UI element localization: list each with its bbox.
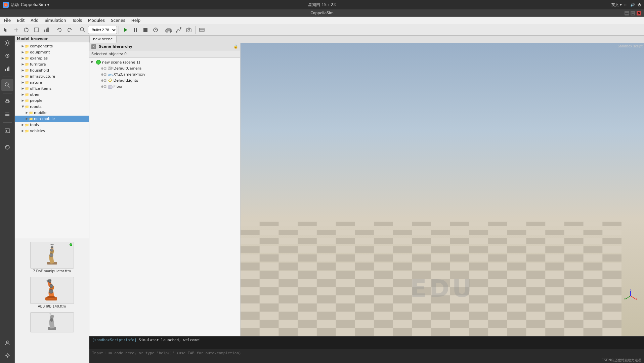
selected-objects-bar: Selected objects: 0	[89, 50, 240, 58]
maximize-button[interactable]: □	[631, 11, 635, 15]
model-browser-tree[interactable]: ▶ 📁 components ▶ 📁 equipment ▶ 📁 example…	[15, 42, 89, 239]
app-name-label[interactable]: CoppeliaSim ▾	[21, 2, 49, 7]
hierarchy-close-button[interactable]: ✕	[91, 44, 96, 49]
select-tool-button[interactable]	[1, 25, 11, 35]
model-item-3[interactable]	[16, 311, 88, 334]
tree-item-examples[interactable]: ▶ 📁 examples	[15, 55, 89, 61]
tree-item-household[interactable]: ▶ 📁 household	[15, 67, 89, 73]
tree-item-robots[interactable]: ▼ 📁 robots	[15, 104, 89, 110]
menu-edit[interactable]: Edit	[14, 17, 27, 24]
close-button[interactable]: ✕	[637, 11, 641, 15]
h-label-lights: DefaultLights	[114, 78, 138, 83]
model-preview-area: 7 DoF manipulator.ttm	[15, 239, 89, 363]
folder-icon-robots: 📁	[25, 105, 29, 109]
undo-button[interactable]	[55, 25, 64, 35]
tree-item-mobile[interactable]: ▶ 📁 mobile	[15, 110, 89, 116]
rotate-tool-button[interactable]	[22, 25, 31, 35]
svg-text:XYZ: XYZ	[108, 74, 113, 76]
iconbar-list[interactable]	[1, 108, 13, 120]
console-input-field[interactable]	[89, 349, 644, 357]
path-button[interactable]	[174, 25, 183, 35]
folder-icon-people: 📁	[25, 99, 29, 103]
search-button[interactable]	[78, 25, 87, 35]
checker-floor-canvas	[241, 146, 621, 336]
redo-button[interactable]	[65, 25, 74, 35]
svg-text:Z: Z	[630, 289, 632, 291]
graph-tool-button[interactable]	[42, 25, 51, 35]
title-bar-buttons[interactable]: ─ □ ✕	[625, 11, 641, 15]
play-button[interactable]	[121, 25, 130, 35]
h-item-xyz-proxy[interactable]: ⊕⊡ XYZ XYZCameraProxy	[89, 71, 240, 77]
model-browser-panel: Model browser ▶ 📁 components ▶ 📁 equipme…	[15, 36, 89, 363]
scale-tool-button[interactable]	[32, 25, 41, 35]
tree-item-people[interactable]: ▶ 📁 people	[15, 97, 89, 104]
svg-rect-13	[143, 28, 147, 32]
h-item-lights[interactable]: ⊕⊡ DefaultLights	[89, 77, 240, 83]
iconbar-search[interactable]	[1, 79, 13, 91]
viewport-3d[interactable]: EDU X Y Z Sandbox script	[241, 43, 644, 336]
model-item-abb[interactable]: ABB IRB 140.ttm	[16, 276, 88, 310]
toolbar: ✛ Bullet 2.78 ODE Vortex Newton	[0, 24, 644, 36]
folder-icon-non-mobile: 📁	[29, 117, 33, 121]
sandbox-label: Sandbox script	[618, 44, 643, 48]
tree-item-non-mobile[interactable]: ▶ 📁 non-mobile	[15, 116, 89, 122]
iconbar-settings[interactable]	[1, 37, 13, 49]
model-item-7dof[interactable]: 7 DoF manipulator.ttm	[16, 240, 88, 274]
tree-arrow-equipment: ▶	[21, 50, 25, 54]
svg-point-26	[6, 42, 8, 44]
iconbar-robot[interactable]	[1, 95, 13, 108]
pause-button[interactable]	[131, 25, 140, 35]
menu-simulation[interactable]: Simulation	[42, 17, 69, 24]
menu-tools[interactable]: Tools	[70, 17, 85, 24]
menu-file[interactable]: File	[1, 17, 13, 24]
h-item-new-scene[interactable]: ▼ new scene (scene 1)	[89, 59, 240, 65]
tree-item-furniture[interactable]: ▶ 📁 furniture	[15, 61, 89, 67]
scene-tab-new-scene[interactable]: new scene	[89, 36, 117, 43]
menu-add[interactable]: Add	[28, 17, 41, 24]
svg-line-9	[83, 31, 85, 32]
tree-item-components[interactable]: ▶ 📁 components	[15, 43, 89, 49]
model-svg-7dof	[35, 243, 69, 267]
sync-button[interactable]	[151, 25, 160, 35]
iconbar-graph[interactable]	[1, 63, 13, 75]
svg-rect-39	[9, 101, 9, 102]
tree-item-nature[interactable]: ▶ 📁 nature	[15, 79, 89, 85]
menu-help[interactable]: Help	[129, 17, 143, 24]
svg-point-20	[180, 27, 181, 29]
iconbar-view[interactable]	[1, 50, 13, 62]
svg-point-46	[6, 341, 8, 343]
car-view-button[interactable]	[164, 25, 173, 35]
svg-rect-7	[47, 28, 49, 32]
tree-arrow-mobile: ▶	[25, 111, 29, 114]
iconbar-separator-4	[3, 139, 12, 139]
minimize-button[interactable]: ─	[625, 11, 629, 15]
tree-item-office-items[interactable]: ▶ 📁 office items	[15, 85, 89, 91]
h-item-camera[interactable]: ⊕⊡ DefaultCamera	[89, 65, 240, 71]
svg-rect-78	[108, 86, 112, 88]
physics-engine-dropdown[interactable]: Bullet 2.78 ODE Vortex Newton	[88, 26, 117, 34]
tree-item-other[interactable]: ▶ 📁 other	[15, 91, 89, 97]
tree-item-infrastructure[interactable]: ▶ 📁 infrastructure	[15, 73, 89, 79]
menu-scenes[interactable]: Scenes	[108, 17, 128, 24]
iconbar-terminal[interactable]	[1, 125, 13, 137]
h-icon-floor	[108, 84, 113, 89]
move-tool-button[interactable]: ✛	[11, 25, 21, 35]
iconbar-user-settings[interactable]	[1, 337, 13, 349]
tree-arrow-people: ▶	[21, 99, 25, 102]
camera-button[interactable]	[184, 25, 194, 35]
stop-button[interactable]	[141, 25, 150, 35]
h-label-floor: Floor	[114, 84, 123, 89]
layers-button[interactable]	[197, 25, 207, 35]
menu-modules[interactable]: Modules	[85, 17, 108, 24]
iconbar-shapes[interactable]	[1, 141, 13, 153]
tree-item-tools[interactable]: ▶ 📁 tools	[15, 122, 89, 128]
tree-arrow-nature: ▶	[21, 81, 25, 84]
tree-item-vehicles[interactable]: ▶ 📁 vehicles	[15, 128, 89, 134]
volume-icon: 🔊	[630, 3, 635, 7]
h-item-floor[interactable]: ⊕⊡ Floor	[89, 83, 240, 89]
lang-selector[interactable]: 英文 ▾	[611, 2, 622, 7]
iconbar-gear-settings[interactable]	[1, 350, 13, 362]
svg-text:X: X	[636, 298, 637, 301]
tree-item-equipment[interactable]: ▶ 📁 equipment	[15, 49, 89, 55]
system-bar-left: C 活动 CoppeliaSim ▾	[3, 2, 49, 8]
